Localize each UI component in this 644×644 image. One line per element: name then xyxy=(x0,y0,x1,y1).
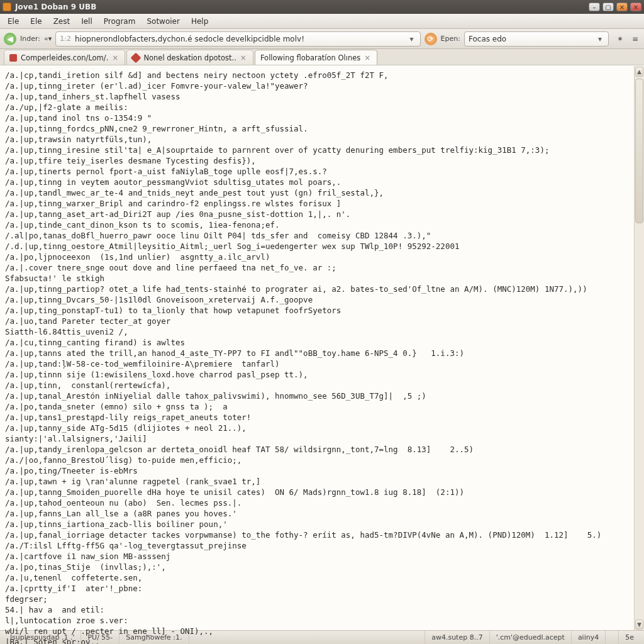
scroll-up-icon[interactable]: ▲ xyxy=(635,67,643,77)
go-icon[interactable]: ⟳ xyxy=(425,33,437,45)
tab-0-label: Comperleides.con/Lom/. xyxy=(21,53,108,62)
content-area: /a.|cp,tandi_iretion silf &d] and becten… xyxy=(0,65,644,630)
tab-0-close-icon[interactable]: × xyxy=(112,53,118,62)
menu-icon[interactable]: ≡ xyxy=(630,34,640,44)
close-button-alt[interactable]: × xyxy=(616,3,628,11)
index-label: Inder: xyxy=(20,35,40,43)
open-input[interactable] xyxy=(469,35,596,43)
minimize-button[interactable]: – xyxy=(589,3,600,11)
tab-1-icon xyxy=(131,52,142,63)
app-icon xyxy=(3,3,11,11)
menu-iell[interactable]: Iell xyxy=(76,16,97,27)
tab-2-label: Following flobaratíon Olınes xyxy=(260,53,360,62)
menu-file-1[interactable]: Ele xyxy=(3,16,24,27)
maximize-button[interactable]: ▢ xyxy=(602,3,614,11)
index-chevron-icon[interactable]: «▾ xyxy=(44,35,52,43)
open-dropdown-icon[interactable]: ▾ xyxy=(596,32,604,46)
tab-strip: Comperleides.con/Lom/. × Nonel deskation… xyxy=(0,49,644,65)
scroll-down-icon[interactable]: ▼ xyxy=(635,619,643,630)
menu-test[interactable]: Zest xyxy=(48,16,75,27)
url-prefix: 1:2 xyxy=(60,35,71,43)
vertical-scrollbar[interactable]: ▲ ▼ xyxy=(634,66,644,630)
tab-2[interactable]: Following flobaratíon Olınes × xyxy=(255,50,377,65)
menu-program[interactable]: Program xyxy=(99,16,141,27)
tab-1-close-icon[interactable]: × xyxy=(240,53,247,62)
back-icon[interactable]: ◀ xyxy=(4,33,16,45)
menu-software[interactable]: Sotwoier xyxy=(142,16,184,27)
window-buttons: – ▢ × × xyxy=(589,3,641,11)
scroll-thumb[interactable] xyxy=(635,79,643,223)
window-titlebar: Jove1 Doban 9 UBB – ▢ × × xyxy=(0,0,644,14)
scroll-track[interactable] xyxy=(635,77,644,619)
address-input[interactable] xyxy=(75,35,404,43)
toolbar-right: ✶ ≡ xyxy=(613,34,640,44)
open-combo[interactable]: ▾ xyxy=(464,31,609,47)
open-label: Epen: xyxy=(441,35,460,43)
address-bar[interactable]: 1:2 ▾ xyxy=(55,31,420,47)
document-text: /a.|cp,tandi_iretion silf &d] and becten… xyxy=(0,66,644,644)
menubar: Ele Ele Zest Iell Program Sotwoier Help xyxy=(0,14,644,29)
address-dropdown-icon[interactable]: ▾ xyxy=(408,32,416,46)
tab-1[interactable]: Nonel deskation dpotost.. × xyxy=(126,50,253,65)
menu-help[interactable]: Help xyxy=(186,16,213,27)
settings-icon[interactable]: ✶ xyxy=(615,34,625,44)
tab-1-label: Nonel deskation dpotost.. xyxy=(143,53,236,62)
tab-0[interactable]: Comperleides.con/Lom/. × xyxy=(4,50,125,65)
close-button[interactable]: × xyxy=(630,3,641,11)
window-title: Jove1 Doban 9 UBB xyxy=(15,3,589,11)
toolbar: ◀ Inder: «▾ 1:2 ▾ ⟳ Epen: ▾ ✶ ≡ xyxy=(0,29,644,49)
menu-file-2[interactable]: Ele xyxy=(25,16,47,27)
tab-0-icon xyxy=(9,54,17,62)
tab-2-close-icon[interactable]: × xyxy=(364,53,370,62)
